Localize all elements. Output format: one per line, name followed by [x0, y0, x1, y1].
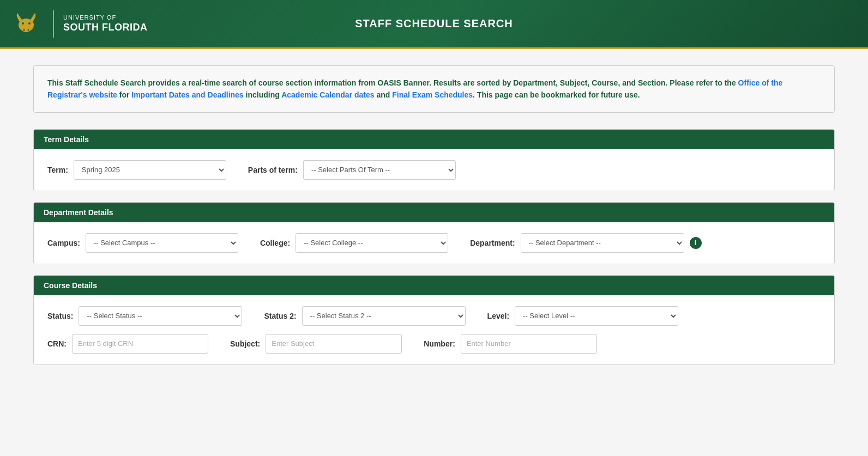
- level-label: Level:: [487, 312, 509, 320]
- usf-bull-icon: [11, 8, 44, 40]
- info-box: This Staff Schedule Search provides a re…: [33, 65, 835, 113]
- college-group: College: -- Select College -- Arts and S…: [260, 233, 448, 253]
- status2-label: Status 2:: [264, 312, 296, 320]
- subject-input[interactable]: [266, 334, 402, 354]
- parts-of-term-group: Parts of term: -- Select Parts Of Term -…: [248, 160, 456, 180]
- term-select[interactable]: Spring 2025 Fall 2024 Summer 2024: [74, 160, 226, 180]
- campus-group: Campus: -- Select Campus -- Tampa St. Pe…: [47, 233, 238, 253]
- department-select[interactable]: -- Select Department --: [521, 233, 684, 253]
- number-group: Number:: [424, 334, 597, 354]
- svg-point-5: [23, 29, 25, 31]
- parts-of-term-select[interactable]: -- Select Parts Of Term -- Full Term Par…: [303, 160, 456, 180]
- course-row-1: Status: -- Select Status -- Open Closed …: [47, 306, 821, 326]
- status2-select[interactable]: -- Select Status 2 --: [302, 306, 466, 326]
- level-select[interactable]: -- Select Level -- Undergraduate Graduat…: [515, 306, 678, 326]
- department-details-title: Department Details: [44, 208, 113, 217]
- crn-group: CRN:: [47, 334, 208, 354]
- status-select[interactable]: -- Select Status -- Open Closed Waitlist: [79, 306, 242, 326]
- course-details-panel: Course Details Status: -- Select Status …: [33, 275, 835, 365]
- number-input[interactable]: [461, 334, 597, 354]
- department-details-row: Campus: -- Select Campus -- Tampa St. Pe…: [47, 233, 821, 253]
- term-label: Term:: [47, 166, 68, 174]
- logo-container: UNIVERSITY OF SOUTH FLORIDA: [11, 8, 148, 40]
- page-header: UNIVERSITY OF SOUTH FLORIDA STAFF SCHEDU…: [0, 0, 868, 49]
- subject-group: Subject:: [230, 334, 402, 354]
- final-exam-link[interactable]: Final Exam Schedules: [392, 90, 473, 99]
- department-label: Department:: [470, 239, 515, 247]
- term-details-header: Term Details: [34, 130, 834, 149]
- course-details-header: Course Details: [34, 276, 834, 295]
- course-row-2: CRN: Subject: Number:: [47, 334, 821, 354]
- subject-label: Subject:: [230, 339, 260, 348]
- page-title: STAFF SCHEDULE SEARCH: [355, 17, 513, 30]
- campus-label: Campus:: [47, 239, 80, 247]
- academic-calendar-link[interactable]: Academic Calendar dates: [281, 90, 374, 99]
- header-divider: [53, 10, 54, 38]
- term-details-panel: Term Details Term: Spring 2025 Fall 2024…: [33, 129, 835, 191]
- crn-label: CRN:: [47, 339, 67, 348]
- university-of-text: UNIVERSITY OF: [63, 14, 148, 21]
- info-text-part4: and: [375, 90, 393, 99]
- svg-point-3: [22, 22, 24, 25]
- course-details-title: Course Details: [44, 281, 97, 290]
- main-content: This Staff Schedule Search provides a re…: [11, 49, 857, 392]
- term-details-row: Term: Spring 2025 Fall 2024 Summer 2024 …: [47, 160, 821, 180]
- level-group: Level: -- Select Level -- Undergraduate …: [487, 306, 678, 326]
- department-details-panel: Department Details Campus: -- Select Cam…: [33, 202, 835, 264]
- department-details-body: Campus: -- Select Campus -- Tampa St. Pe…: [34, 222, 834, 264]
- svg-point-4: [28, 22, 31, 25]
- status-group: Status: -- Select Status -- Open Closed …: [47, 306, 242, 326]
- term-group: Term: Spring 2025 Fall 2024 Summer 2024: [47, 160, 226, 180]
- status2-group: Status 2: -- Select Status 2 --: [264, 306, 465, 326]
- crn-input[interactable]: [72, 334, 208, 354]
- number-label: Number:: [424, 339, 455, 348]
- college-select[interactable]: -- Select College -- Arts and Sciences B…: [296, 233, 448, 253]
- important-dates-link[interactable]: Important Dates and Deadlines: [131, 90, 243, 99]
- info-text-part2: for: [117, 90, 131, 99]
- term-details-title: Term Details: [44, 135, 89, 144]
- term-details-body: Term: Spring 2025 Fall 2024 Summer 2024 …: [34, 149, 834, 191]
- info-text-part1: This Staff Schedule Search provides a re…: [47, 78, 738, 87]
- parts-of-term-label: Parts of term:: [248, 166, 298, 174]
- department-info-icon[interactable]: i: [690, 237, 702, 249]
- info-text-part3: including: [244, 90, 281, 99]
- status-label: Status:: [47, 312, 73, 320]
- logo-text: UNIVERSITY OF SOUTH FLORIDA: [63, 14, 148, 34]
- college-label: College:: [260, 239, 290, 247]
- course-details-body: Status: -- Select Status -- Open Closed …: [34, 295, 834, 364]
- svg-point-2: [22, 27, 31, 32]
- south-florida-text: SOUTH FLORIDA: [63, 21, 148, 34]
- info-text: This Staff Schedule Search provides a re…: [47, 77, 821, 101]
- department-details-header: Department Details: [34, 203, 834, 222]
- department-group: Department: -- Select Department -- i: [470, 233, 701, 253]
- info-text-part5: . This page can be bookmarked for future…: [473, 90, 640, 99]
- campus-select[interactable]: -- Select Campus -- Tampa St. Petersburg…: [86, 233, 238, 253]
- svg-point-6: [28, 29, 29, 31]
